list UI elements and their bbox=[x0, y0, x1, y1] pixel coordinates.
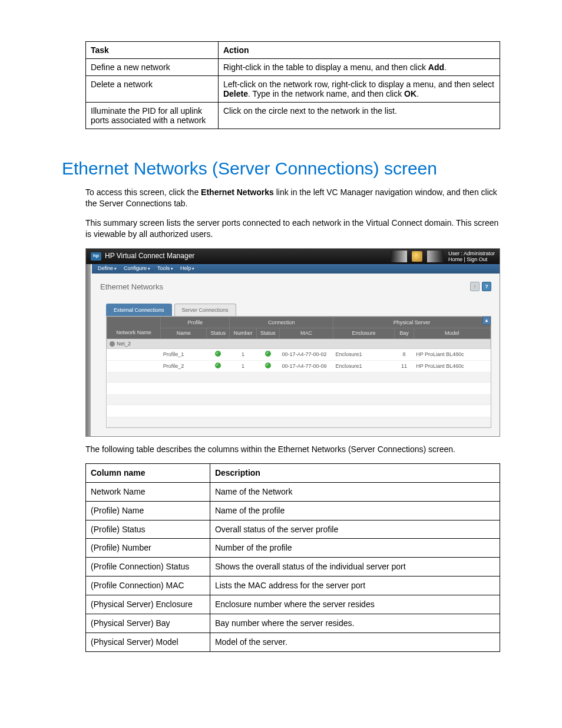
page-heading: Ethernet Networks (Server Connections) s… bbox=[62, 159, 500, 179]
task-cell: Delete a network bbox=[86, 76, 219, 103]
col-network-name: Network Name bbox=[107, 317, 161, 338]
left-rail[interactable] bbox=[86, 264, 91, 436]
status-ok-icon bbox=[265, 363, 271, 368]
help-icon[interactable]: ? bbox=[482, 282, 491, 291]
empty-row bbox=[107, 382, 491, 394]
user-line: User : Administrator bbox=[448, 251, 495, 256]
app-title: HP Virtual Connect Manager bbox=[105, 251, 194, 261]
col-profile-name: Name bbox=[161, 328, 207, 338]
empty-row bbox=[107, 404, 491, 417]
cols-header-desc: Description bbox=[210, 463, 500, 482]
app-screenshot: hp HP Virtual Connect Manager User : Adm… bbox=[85, 248, 500, 437]
table-row: (Profile Connection) MACLists the MAC ad… bbox=[86, 577, 500, 595]
titlebar-gradient2-icon bbox=[427, 251, 444, 262]
tab-external-connections[interactable]: External Connections bbox=[106, 304, 172, 316]
menu-tools[interactable]: Tools bbox=[157, 265, 173, 272]
empty-row bbox=[107, 372, 491, 382]
col-phys-enclosure: Enclosure bbox=[333, 328, 395, 338]
menu-help[interactable]: Help bbox=[180, 265, 194, 272]
group-connection: Connection bbox=[230, 317, 333, 328]
network-name-cell: Net_2 bbox=[107, 338, 491, 348]
table-row: Define a new network Right-click in the … bbox=[86, 59, 500, 76]
cols-table-intro: The following table describes the column… bbox=[85, 444, 500, 455]
action-cell: Right-click in the table to display a me… bbox=[218, 59, 500, 76]
hp-logo-icon: hp bbox=[91, 252, 101, 261]
titlebar-gradient-icon bbox=[391, 251, 407, 262]
status-ok-icon bbox=[215, 351, 221, 357]
table-row: Delete a network Left-click on the netwo… bbox=[86, 76, 500, 103]
home-link[interactable]: Home bbox=[448, 256, 462, 262]
status-ok-icon bbox=[215, 363, 221, 368]
signout-link[interactable]: Sign Out bbox=[467, 256, 487, 262]
warn-icon[interactable]: ! bbox=[470, 282, 480, 291]
tab-server-connections[interactable]: Server Connections bbox=[174, 304, 236, 316]
intro-p1: To access this screen, click the Etherne… bbox=[85, 187, 500, 209]
action-cell: Click on the circle next to the network … bbox=[218, 103, 500, 129]
titlebar-gold-icon bbox=[412, 251, 422, 262]
table-row[interactable]: Profile_2 1 00-17-A4-77-00-09 Enclosure1… bbox=[107, 360, 491, 372]
col-profile-status: Status bbox=[207, 328, 230, 338]
network-status-dot-icon bbox=[110, 341, 115, 347]
table-row: (Profile Connection) StatusShows the ove… bbox=[86, 558, 500, 577]
group-profile: Profile bbox=[161, 317, 230, 328]
menubar: Define Configure Tools Help bbox=[92, 264, 500, 274]
table-row: (Physical Server) EnclosureEnclosure num… bbox=[86, 595, 500, 614]
tasks-header-task: Task bbox=[86, 42, 219, 59]
menu-configure[interactable]: Configure bbox=[124, 265, 150, 272]
table-row: (Profile) NameName of the profile bbox=[86, 501, 500, 520]
tasks-header-action: Action bbox=[218, 42, 500, 59]
table-row: (Physical Server) BayBay number where th… bbox=[86, 614, 500, 633]
titlebar: hp HP Virtual Connect Manager User : Adm… bbox=[86, 249, 500, 264]
col-phys-bay: Bay bbox=[395, 328, 414, 338]
col-phys-model: Model bbox=[414, 328, 490, 338]
network-row[interactable]: Net_2 bbox=[107, 338, 491, 348]
col-conn-status: Status bbox=[256, 328, 279, 338]
col-conn-number: Number bbox=[230, 328, 257, 338]
table-row: Network NameName of the Network bbox=[86, 482, 500, 501]
empty-row bbox=[107, 417, 491, 427]
table-row: (Profile) NumberNumber of the profile bbox=[86, 539, 500, 558]
user-block: User : Administrator Home | Sign Out bbox=[448, 251, 495, 262]
table-row: (Profile) StatusOverall status of the se… bbox=[86, 520, 500, 539]
group-header-row: Network Name Profile Connection Physical… bbox=[107, 317, 491, 328]
col-conn-mac: MAC bbox=[279, 328, 333, 338]
task-cell: Illuminate the PID for all uplink ports … bbox=[86, 103, 219, 129]
task-cell: Define a new network bbox=[86, 59, 219, 76]
columns-table: Column name Description Network NameName… bbox=[85, 463, 500, 652]
tab-bar: External Connections Server Connections bbox=[106, 304, 491, 316]
menu-define[interactable]: Define bbox=[98, 265, 117, 272]
table-row: (Physical Server) ModelModel of the serv… bbox=[86, 633, 500, 651]
status-ok-icon bbox=[265, 351, 271, 357]
table-row[interactable]: Profile_1 1 00-17-A4-77-00-02 Enclosure1… bbox=[107, 348, 491, 360]
group-physical: Physical Server bbox=[333, 317, 491, 328]
col-header-row: Name Status Number Status MAC Enclosure … bbox=[107, 328, 491, 338]
intro-p2: This summary screen lists the server por… bbox=[85, 218, 500, 240]
data-panel: ▲ Network Name Profile Connection Physic… bbox=[106, 316, 491, 428]
cols-header-name: Column name bbox=[86, 463, 210, 482]
empty-row bbox=[107, 394, 491, 404]
table-row: Illuminate the PID for all uplink ports … bbox=[86, 103, 500, 129]
tasks-table: Task Action Define a new network Right-c… bbox=[85, 41, 500, 129]
screen-title: Ethernet Networks bbox=[100, 282, 163, 292]
action-cell: Left-click on the network row, right-cli… bbox=[218, 76, 500, 103]
scroll-up-icon[interactable]: ▲ bbox=[482, 317, 491, 325]
